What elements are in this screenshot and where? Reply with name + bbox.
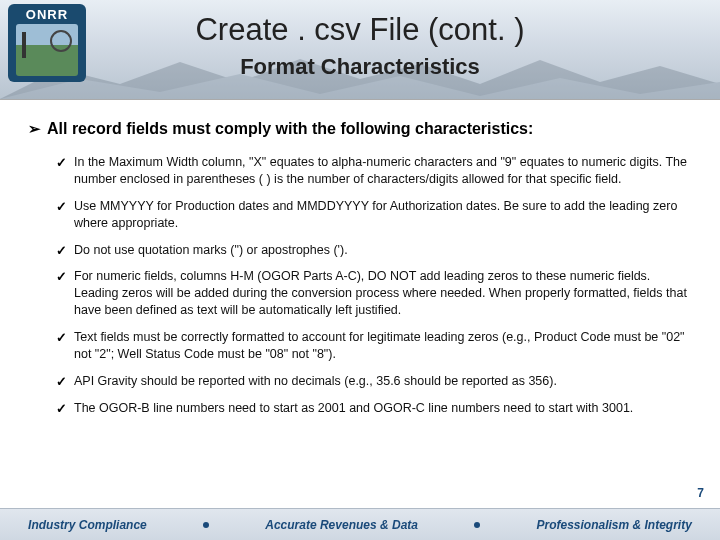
bullet-list: In the Maximum Width column, "X" equates… [28,154,692,417]
slide-body: ➢All record fields must comply with the … [0,100,720,417]
lead-line: ➢All record fields must comply with the … [28,120,692,138]
bullet-dot-icon [474,522,480,528]
footer-left: Industry Compliance [28,518,147,532]
list-item: In the Maximum Width column, "X" equates… [56,154,692,188]
footer-center: Accurate Revenues & Data [265,518,418,532]
arrow-icon: ➢ [28,120,41,138]
lead-text: All record fields must comply with the f… [47,120,533,137]
page-number: 7 [697,486,704,500]
slide-header: ONRR Create . csv File (cont. ) Format C… [0,0,720,100]
slide-title: Create . csv File (cont. ) [0,12,720,48]
list-item: API Gravity should be reported with no d… [56,373,692,390]
list-item: For numeric fields, columns H-M (OGOR Pa… [56,268,692,319]
bullet-dot-icon [203,522,209,528]
footer-right: Professionalism & Integrity [536,518,691,532]
slide-subtitle: Format Characteristics [0,54,720,80]
list-item: Use MMYYYY for Production dates and MMDD… [56,198,692,232]
slide-footer: Industry Compliance Accurate Revenues & … [0,508,720,540]
list-item: Do not use quotation marks (") or apostr… [56,242,692,259]
list-item: Text fields must be correctly formatted … [56,329,692,363]
list-item: The OGOR-B line numbers need to start as… [56,400,692,417]
